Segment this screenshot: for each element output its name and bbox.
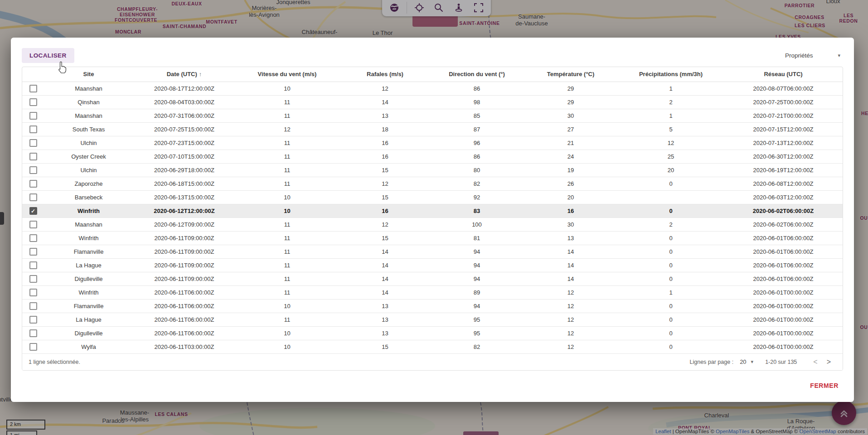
- cell-reseau: 2020-07-21T00:00:00Z: [723, 109, 843, 122]
- cell-temperature: 30: [523, 109, 619, 122]
- row-checkbox[interactable]: [29, 98, 37, 106]
- rows-per-page-select[interactable]: 20: [740, 358, 746, 365]
- table-row[interactable]: La Hague2020-06-11T06:00:00Z111395120202…: [22, 313, 843, 326]
- row-checkbox[interactable]: [29, 180, 37, 188]
- chevron-down-icon: ▾: [838, 53, 840, 58]
- row-checkbox[interactable]: [29, 112, 37, 120]
- cell-date: 2020-07-10T15:00:00Z: [133, 150, 235, 163]
- localiser-button[interactable]: LOCALISER: [22, 48, 74, 63]
- cell-temperature: 27: [523, 122, 619, 136]
- cell-date: 2020-06-11T09:00:00Z: [133, 272, 235, 285]
- table-row[interactable]: ✓Winfrith2020-06-12T12:00:00Z10168316020…: [22, 204, 843, 218]
- table-row[interactable]: Ulchin2020-07-23T15:00:00Z11169621122020…: [22, 136, 843, 150]
- column-header[interactable]: Réseau (UTC): [723, 67, 843, 82]
- table-row[interactable]: Digulleville2020-06-11T09:00:00Z11149414…: [22, 272, 843, 285]
- cell-temperature: 12: [523, 340, 619, 353]
- cell-site: Barsebeck: [44, 190, 133, 204]
- table-row[interactable]: Maanshan2020-08-17T12:00:00Z101286291202…: [22, 82, 843, 95]
- cell-direction: 82: [431, 340, 523, 353]
- row-checkbox[interactable]: ✓: [29, 207, 37, 215]
- cell-precipitations: 1: [619, 82, 723, 95]
- row-checkbox[interactable]: [29, 248, 37, 256]
- cell-site: South Texas: [44, 122, 133, 136]
- cell-vitesse: 11: [235, 150, 339, 163]
- previous-page-button[interactable]: <: [809, 358, 822, 366]
- table-row[interactable]: Wylfa2020-06-11T03:00:00Z1015821202020-0…: [22, 340, 843, 353]
- checkbox-cell: [22, 272, 44, 285]
- row-checkbox[interactable]: [29, 166, 37, 174]
- table-row[interactable]: Qinshan2020-08-04T03:00:00Z1114982922020…: [22, 95, 843, 109]
- checkbox-cell: [22, 150, 44, 163]
- cell-date: 2020-06-11T06:00:00Z: [133, 299, 235, 313]
- cell-vitesse: 12: [235, 122, 339, 136]
- column-header[interactable]: Précipitations (mm/3h): [619, 67, 723, 82]
- row-checkbox[interactable]: [29, 139, 37, 147]
- chevron-down-icon[interactable]: ▾: [751, 359, 754, 365]
- cell-precipitations: 0: [619, 258, 723, 272]
- column-header[interactable]: Site: [44, 67, 133, 82]
- column-header[interactable]: Rafales (m/s): [339, 67, 431, 82]
- cell-reseau: 2020-06-01T00:00:00Z: [723, 299, 843, 313]
- table-row[interactable]: Maanshan2020-06-12T09:00:00Z111210030220…: [22, 218, 843, 231]
- column-header[interactable]: Température (°C): [523, 67, 619, 82]
- cell-temperature: 16: [523, 204, 619, 218]
- cell-vitesse: 11: [235, 313, 339, 326]
- row-checkbox[interactable]: [29, 221, 37, 228]
- row-checkbox[interactable]: [29, 85, 37, 92]
- row-checkbox[interactable]: [29, 275, 37, 283]
- column-header[interactable]: Vitesse du vent (m/s): [235, 67, 339, 82]
- fermer-button[interactable]: FERMER: [806, 379, 842, 392]
- cell-rafales: 13: [339, 313, 431, 326]
- row-checkbox[interactable]: [29, 329, 37, 337]
- cell-site: Oyster Creek: [44, 150, 133, 163]
- cell-rafales: 13: [339, 299, 431, 313]
- cell-date: 2020-06-12T09:00:00Z: [133, 218, 235, 231]
- row-checkbox[interactable]: [29, 153, 37, 160]
- cell-reseau: 2020-06-01T06:00:00Z: [723, 245, 843, 258]
- table-body: Maanshan2020-08-17T12:00:00Z101286291202…: [22, 82, 843, 353]
- table-row[interactable]: Barsebeck2020-06-13T15:00:00Z10159220202…: [22, 190, 843, 204]
- cell-vitesse: 11: [235, 285, 339, 299]
- table-row[interactable]: South Texas2020-07-25T15:00:00Z121887275…: [22, 122, 843, 136]
- cell-reseau: 2020-06-01T00:00:00Z: [723, 340, 843, 353]
- cell-vitesse: 10: [235, 326, 339, 340]
- table-row[interactable]: Ulchin2020-06-29T18:00:00Z11158019202020…: [22, 163, 843, 177]
- row-checkbox[interactable]: [29, 302, 37, 310]
- table-row[interactable]: Digulleville2020-06-11T06:00:00Z10139512…: [22, 326, 843, 340]
- row-checkbox[interactable]: [29, 234, 37, 242]
- cell-precipitations: 0: [619, 231, 723, 245]
- cell-reseau: 2020-06-01T00:00:00Z: [723, 326, 843, 340]
- row-checkbox[interactable]: [29, 289, 37, 296]
- cell-reseau: 2020-06-08T12:00:00Z: [723, 177, 843, 190]
- table-row[interactable]: Maanshan2020-07-31T06:00:00Z111385301202…: [22, 109, 843, 122]
- cell-precipitations: 1: [619, 285, 723, 299]
- table-row[interactable]: La Hague2020-06-11T09:00:00Z111494140202…: [22, 258, 843, 272]
- table-row[interactable]: Flamanville2020-06-11T06:00:00Z101394120…: [22, 299, 843, 313]
- column-header[interactable]: Date (UTC)↑: [133, 67, 235, 82]
- cell-reseau: 2020-07-25T00:00:00Z: [723, 95, 843, 109]
- cell-vitesse: 11: [235, 177, 339, 190]
- table-row[interactable]: Oyster Creek2020-07-10T15:00:00Z11168624…: [22, 150, 843, 163]
- cell-precipitations: 0: [619, 204, 723, 218]
- checkbox-cell: [22, 136, 44, 150]
- row-checkbox[interactable]: [29, 261, 37, 269]
- next-page-button[interactable]: >: [822, 358, 835, 366]
- cell-reseau: 2020-06-01T00:00:00Z: [723, 313, 843, 326]
- column-header[interactable]: Direction du vent (°): [431, 67, 523, 82]
- table-row[interactable]: Zaporozhe2020-06-18T15:00:00Z11128226020…: [22, 177, 843, 190]
- cell-site: La Hague: [44, 258, 133, 272]
- row-checkbox[interactable]: [29, 193, 37, 201]
- cell-precipitations: 2: [619, 95, 723, 109]
- row-checkbox[interactable]: [29, 126, 37, 133]
- cell-vitesse: 11: [235, 245, 339, 258]
- proprietes-dropdown[interactable]: Propriétés ▾: [785, 52, 840, 59]
- row-checkbox[interactable]: [29, 343, 37, 351]
- cell-rafales: 15: [339, 190, 431, 204]
- row-checkbox[interactable]: [29, 316, 37, 324]
- table-row[interactable]: Winfrith2020-06-11T06:00:00Z111489121202…: [22, 285, 843, 299]
- table-row[interactable]: Flamanville2020-06-11T09:00:00Z111494140…: [22, 245, 843, 258]
- table-row[interactable]: Winfrith2020-06-11T09:00:00Z111581130202…: [22, 231, 843, 245]
- cell-direction: 92: [431, 190, 523, 204]
- cell-temperature: 21: [523, 136, 619, 150]
- cell-direction: 100: [431, 218, 523, 231]
